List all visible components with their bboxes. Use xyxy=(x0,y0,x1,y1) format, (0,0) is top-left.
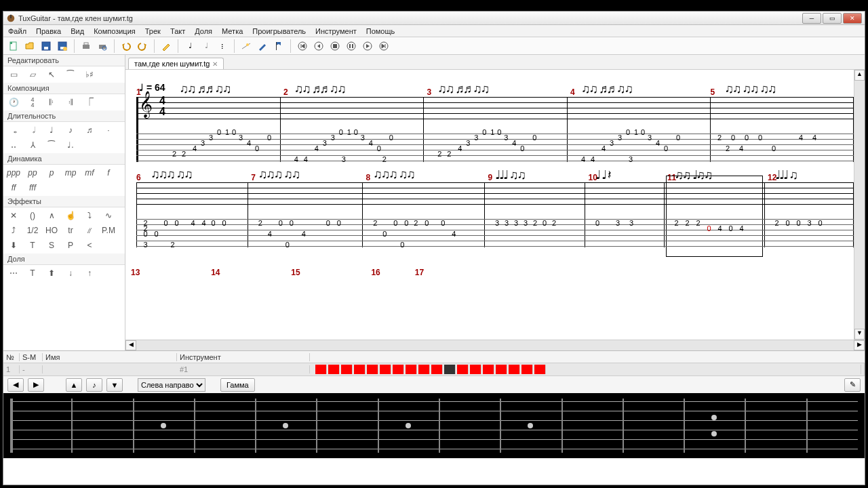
sixteenth-icon[interactable]: ♬ xyxy=(83,125,96,136)
dyn-p[interactable]: p xyxy=(45,167,58,178)
prev-measure-button[interactable]: ◀ xyxy=(7,378,24,392)
repeat-close-icon[interactable]: 𝄇 xyxy=(64,97,77,108)
tied-dur-icon[interactable]: ⁀ xyxy=(45,140,58,150)
dyn-ppp[interactable]: ppp xyxy=(7,167,20,178)
tuplet-icon[interactable]: ⅄ xyxy=(26,140,39,150)
saveas-icon[interactable] xyxy=(55,39,70,54)
menu-player[interactable]: Проигрыватель xyxy=(248,27,311,35)
scale-down-button[interactable]: ▼ xyxy=(106,378,123,392)
fx-vibrato[interactable]: ∿ xyxy=(102,210,115,221)
beat-strdown[interactable]: ↓ xyxy=(64,268,77,279)
fx-harmonic[interactable]: ☝ xyxy=(64,210,77,221)
dyn-mp[interactable]: mp xyxy=(64,167,77,178)
repeat-alt-icon[interactable]: ⎾ xyxy=(83,97,96,108)
scale-up-button[interactable]: ▲ xyxy=(66,378,82,392)
fx-slide2[interactable]: 1/2 xyxy=(26,225,39,236)
half-icon[interactable]: 𝅗𝅥 xyxy=(26,125,39,136)
sharp-icon[interactable]: ♭♯ xyxy=(83,69,96,80)
new-icon[interactable] xyxy=(6,39,21,54)
menu-beat[interactable]: Доля xyxy=(190,27,217,35)
stop-icon[interactable] xyxy=(328,39,342,54)
fx-tremolo[interactable]: ⫽ xyxy=(83,225,96,236)
fx-trill[interactable]: tr xyxy=(64,225,77,236)
track-row[interactable]: 1 - #1 xyxy=(3,363,865,375)
undo-icon[interactable] xyxy=(119,39,134,54)
menu-track[interactable]: Трек xyxy=(140,27,165,35)
dyn-pp[interactable]: pp xyxy=(26,167,39,178)
quarter-icon[interactable]: ♩ xyxy=(45,125,58,136)
col-sm[interactable]: S-M xyxy=(20,353,43,361)
select-note-icon[interactable]: ▱ xyxy=(26,69,39,80)
dyn-ff[interactable]: ff xyxy=(7,182,20,193)
direction-select[interactable]: Слева направо xyxy=(138,378,205,392)
dyn-mf[interactable]: mf xyxy=(83,167,96,178)
fx-bend[interactable]: ⤵ xyxy=(83,210,96,221)
close-button[interactable]: ✕ xyxy=(843,13,862,24)
score-viewport[interactable]: ♩ = 64 𝄞 44 1 2 3 4 5 xyxy=(125,70,865,340)
col-name[interactable]: Имя xyxy=(43,353,177,361)
fx-accent[interactable]: ∧ xyxy=(45,210,58,221)
whole-icon[interactable]: 𝅝 xyxy=(7,125,20,136)
fx-slide[interactable]: ⤴ xyxy=(7,225,20,236)
menu-instrument[interactable]: Инструмент xyxy=(311,27,361,35)
document-tab[interactable]: там,где клен шумит.tg ✕ xyxy=(128,58,224,69)
fx-pop[interactable]: P xyxy=(64,240,77,251)
play-icon[interactable] xyxy=(360,39,375,54)
dot-icon[interactable]: · xyxy=(102,125,115,136)
dyn-f[interactable]: f xyxy=(102,167,115,178)
last-icon[interactable] xyxy=(376,39,391,54)
menu-marker[interactable]: Метка xyxy=(217,27,248,35)
timesig-icon[interactable]: 44 xyxy=(26,97,39,108)
first-icon[interactable] xyxy=(295,39,310,54)
col-no[interactable]: № xyxy=(3,353,20,361)
select-icon[interactable]: ▭ xyxy=(7,69,20,80)
menu-view[interactable]: Вид xyxy=(66,27,89,35)
menu-measure[interactable]: Такт xyxy=(165,27,190,35)
fx-palm[interactable]: P.M xyxy=(102,225,115,236)
tempo-icon[interactable]: 🕐 xyxy=(7,97,20,108)
settings-wand-icon[interactable]: ✎ xyxy=(844,378,861,392)
next-measure-button[interactable]: ▶ xyxy=(28,378,44,392)
print-icon[interactable] xyxy=(79,39,94,54)
voice2-icon[interactable]: ♩ xyxy=(199,39,214,54)
menu-composition[interactable]: Композиция xyxy=(89,27,140,35)
beat-text[interactable]: T xyxy=(26,268,39,279)
fx-tap[interactable]: T xyxy=(26,240,39,251)
vertical-scrollbar[interactable]: ▲▼ xyxy=(854,70,865,340)
transport-icon[interactable] xyxy=(255,39,270,54)
scale-note-button[interactable]: ♪ xyxy=(86,378,102,392)
gamma-button[interactable]: Гамма xyxy=(220,378,255,392)
print-preview-icon[interactable] xyxy=(95,39,110,54)
fx-stroke[interactable]: ⬇ xyxy=(7,240,20,251)
fx-dead[interactable]: ✕ xyxy=(7,210,20,221)
prev-icon[interactable] xyxy=(311,39,326,54)
tab-close-icon[interactable]: ✕ xyxy=(212,60,218,68)
ddot-icon[interactable]: ‥ xyxy=(7,140,20,150)
redo-icon[interactable] xyxy=(135,39,150,54)
fx-hammer[interactable]: HO xyxy=(45,225,58,236)
menu-file[interactable]: Файл xyxy=(3,27,31,35)
save-icon[interactable] xyxy=(39,39,54,54)
fx-fade[interactable]: < xyxy=(83,240,96,251)
col-inst[interactable]: Инструмент xyxy=(177,353,310,361)
horizontal-scrollbar[interactable]: ◀▶ xyxy=(125,340,865,350)
pause-icon[interactable] xyxy=(344,39,359,54)
tie-icon[interactable]: ⁀ xyxy=(64,69,77,80)
fretboard[interactable] xyxy=(3,393,865,458)
volume-segments[interactable] xyxy=(313,365,861,374)
eighth-icon[interactable]: ♪ xyxy=(64,125,77,136)
dyn-fff[interactable]: fff xyxy=(26,182,39,193)
menu-edit[interactable]: Правка xyxy=(31,27,66,35)
edit-mode-icon[interactable] xyxy=(159,39,174,54)
dotted-eighth-icon[interactable]: ♩. xyxy=(64,140,77,150)
beat-up[interactable]: ⬆ xyxy=(45,268,58,279)
cursor-icon[interactable]: ↖ xyxy=(45,69,58,80)
menu-help[interactable]: Помощь xyxy=(361,27,400,35)
beat-chord[interactable]: ⋯ xyxy=(7,268,20,279)
voice-chord-icon[interactable]: ⫶ xyxy=(215,39,230,54)
open-icon[interactable] xyxy=(22,39,37,54)
mixer-icon[interactable] xyxy=(239,39,254,54)
fx-slap[interactable]: S xyxy=(45,240,58,251)
minimize-button[interactable]: ─ xyxy=(802,13,821,24)
repeat-open-icon[interactable]: 𝄆 xyxy=(45,97,58,108)
